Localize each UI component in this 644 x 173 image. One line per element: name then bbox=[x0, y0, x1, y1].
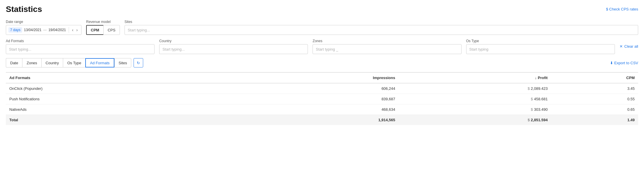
country-input[interactable] bbox=[159, 44, 308, 54]
date-nav: ‹ › bbox=[69, 27, 79, 33]
date-prev-button[interactable]: ‹ bbox=[71, 27, 74, 33]
os-type-label: Os Type bbox=[466, 39, 615, 43]
cpm-button[interactable]: CPM bbox=[86, 25, 103, 35]
tab-date[interactable]: Date bbox=[6, 58, 22, 67]
check-cps-link[interactable]: $ Check CPS rates bbox=[606, 7, 638, 11]
tab-country[interactable]: Country bbox=[41, 58, 63, 67]
cell-impressions: 606,244 bbox=[233, 83, 399, 94]
cell-cpm: 3.45 bbox=[551, 83, 638, 94]
tab-zones[interactable]: Zones bbox=[22, 58, 41, 67]
cell-impressions: 839,687 bbox=[233, 94, 399, 104]
tab-sites[interactable]: Sites bbox=[114, 58, 132, 67]
cps-button[interactable]: CPS bbox=[103, 25, 120, 35]
cell-cpm: 0.55 bbox=[551, 94, 638, 104]
col-header-ad-formats: Ad Formats bbox=[6, 72, 233, 83]
col-header-impressions: Impressions bbox=[233, 72, 399, 83]
zones-label: Zones bbox=[313, 39, 461, 43]
refresh-button[interactable]: ↻ bbox=[134, 58, 143, 67]
date-range-label: Date range bbox=[6, 20, 81, 24]
date-range-picker[interactable]: 7 days 13/04/2021 — 19/04/2021 ‹ › bbox=[6, 25, 81, 35]
date-end: 19/04/2021 bbox=[48, 28, 66, 32]
date-dash: — bbox=[43, 28, 47, 32]
cell-cpm: 0.65 bbox=[551, 104, 638, 115]
ad-formats-input[interactable] bbox=[6, 44, 155, 54]
tabs-row: Date Zones Country Os Type Ad Formats Si… bbox=[6, 58, 638, 67]
tab-os-type[interactable]: Os Type bbox=[63, 58, 85, 67]
export-icon: ⬇ bbox=[610, 61, 613, 65]
revenue-model-group: CPM CPS bbox=[86, 25, 120, 35]
export-label: Export to CSV bbox=[614, 61, 638, 65]
statistics-table-container: Ad Formats Impressions ↓ Profit CPM OnCl… bbox=[6, 72, 638, 125]
table-total-row: Total 1,914,565 $ 2,851.594 1.49 bbox=[6, 115, 638, 125]
os-type-input[interactable] bbox=[466, 44, 615, 54]
total-cpm: 1.49 bbox=[551, 115, 638, 125]
sites-label: Sites bbox=[125, 20, 638, 24]
col-header-profit: ↓ Profit bbox=[399, 72, 551, 83]
date-preset: 7 days bbox=[8, 27, 22, 33]
ad-formats-label: Ad Formats bbox=[6, 39, 155, 43]
cell-profit: $ 303.490 bbox=[399, 104, 551, 115]
date-start: 13/04/2021 bbox=[24, 28, 41, 32]
cell-profit: $ 2,089.423 bbox=[399, 83, 551, 94]
tab-ad-formats[interactable]: Ad Formats bbox=[85, 58, 114, 67]
cell-ad-formats: OnClick (Popunder) bbox=[6, 83, 233, 94]
cell-impressions: 468,634 bbox=[233, 104, 399, 115]
sites-input[interactable] bbox=[125, 25, 638, 35]
total-profit: $ 2,851.594 bbox=[399, 115, 551, 125]
cell-profit: $ 458.681 bbox=[399, 94, 551, 104]
cell-ad-formats: Push Notifications bbox=[6, 94, 233, 104]
total-label: Total bbox=[6, 115, 233, 125]
country-label: Country bbox=[159, 39, 308, 43]
refresh-icon: ↻ bbox=[137, 61, 140, 65]
cell-ad-formats: NativeAds bbox=[6, 104, 233, 115]
clear-all-link[interactable]: ✕ Clear all bbox=[620, 44, 638, 49]
col-header-cpm: CPM bbox=[551, 72, 638, 83]
table-row: NativeAds 468,634 $ 303.490 0.65 bbox=[6, 104, 638, 115]
zones-input[interactable] bbox=[313, 44, 461, 54]
export-csv-link[interactable]: ⬇ Export to CSV bbox=[610, 61, 638, 65]
table-row: Push Notifications 839,687 $ 458.681 0.5… bbox=[6, 94, 638, 104]
page-title: Statistics bbox=[6, 5, 42, 14]
total-impressions: 1,914,565 bbox=[233, 115, 399, 125]
statistics-table: Ad Formats Impressions ↓ Profit CPM OnCl… bbox=[6, 72, 638, 125]
clear-all-label: Clear all bbox=[623, 44, 638, 49]
clear-all-x-icon: ✕ bbox=[620, 44, 623, 49]
table-row: OnClick (Popunder) 606,244 $ 2,089.423 3… bbox=[6, 83, 638, 94]
date-next-button[interactable]: › bbox=[75, 27, 79, 33]
revenue-model-label: Revenue model bbox=[86, 20, 120, 24]
